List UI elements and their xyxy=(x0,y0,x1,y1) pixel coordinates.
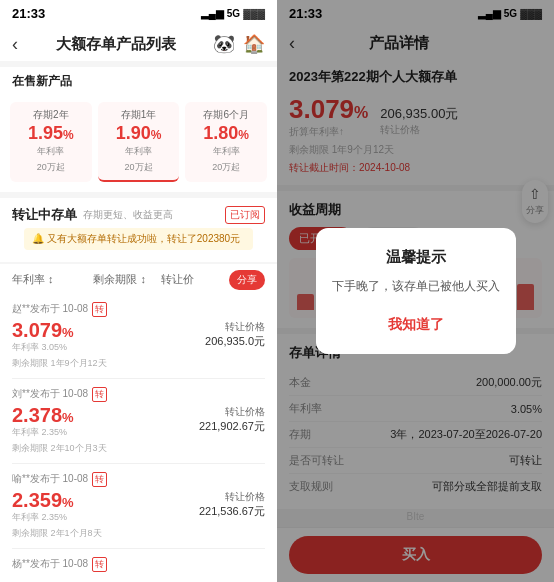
modal-overlay[interactable]: 温馨提示 下手晚了，该存单已被他人买入 我知道了 xyxy=(277,0,554,582)
transfer-banner-header: 转让中存单 存期更短、收益更高 已订阅 xyxy=(12,206,265,224)
publisher-3: 杨**发布于 10-08 转 xyxy=(12,557,265,572)
transfer-banner: 转让中存单 存期更短、收益更高 已订阅 🔔 又有大额存单转让成功啦，转让了202… xyxy=(0,198,277,262)
price-0: 206,935.0元 xyxy=(205,334,265,349)
product-rate-0: 3.079% xyxy=(12,320,205,340)
product-left-0: 3.079% 年利率 3.05% xyxy=(12,320,205,354)
share-button[interactable]: 分享 xyxy=(229,270,265,290)
publisher-tag-1: 转 xyxy=(92,387,107,402)
product-rate-1: 2.378% xyxy=(12,405,199,425)
rate-label-1: 年利率 xyxy=(102,145,176,158)
publisher-tag-2: 转 xyxy=(92,472,107,487)
rate-label-0: 年利率 xyxy=(14,145,88,158)
remaining-0: 剩余期限 1年9个月12天 xyxy=(12,357,107,370)
rate-value-1: 1.90% xyxy=(102,124,176,144)
transfer-subtitle: 存期更短、收益更高 xyxy=(83,208,173,222)
left-time: 21:33 xyxy=(12,6,45,21)
rate-card-6month[interactable]: 存期6个月 1.80% 年利率 20万起 xyxy=(185,102,267,182)
notice-text: 🔔 又有大额存单转让成功啦，转让了202380元 xyxy=(32,232,240,246)
left-status-icons: ▂▄▆ 5G ▓▓▓ xyxy=(201,8,265,19)
min-amount-1: 20万起 xyxy=(102,161,176,174)
list-item[interactable]: 赵**发布于 10-08 转 3.079% 年利率 3.05% 转让价格 206… xyxy=(12,294,265,379)
modal-content: 下手晚了，该存单已被他人买入 xyxy=(332,277,500,296)
signal-icon: ▂▄▆ xyxy=(201,8,224,19)
col-price[interactable]: 转让价 xyxy=(161,272,229,287)
left-nav-bar: ‹ 大额存单产品列表 🐼 🏠 xyxy=(0,25,277,61)
product-right-1: 转让价格 221,902.67元 xyxy=(199,405,265,434)
left-panel: 21:33 ▂▄▆ 5G ▓▓▓ ‹ 大额存单产品列表 🐼 🏠 在售新产品 存期… xyxy=(0,0,277,582)
rate-label-2: 年利率 xyxy=(189,145,263,158)
new-products-header: 在售新产品 xyxy=(0,67,277,94)
col-remaining[interactable]: 剩余期限 ↕ xyxy=(93,272,161,287)
product-top-2: 2.359% 年利率 2.35% 转让价格 221,536.67元 xyxy=(12,490,265,524)
panda-icon[interactable]: 🐼 xyxy=(213,33,235,55)
rate-value-0: 1.95% xyxy=(14,124,88,144)
modal-confirm-button[interactable]: 我知道了 xyxy=(332,312,500,338)
product-meta-0: 剩余期限 1年9个月12天 xyxy=(12,357,265,370)
rate-cards: 存期2年 1.95% 年利率 20万起 存期1年 1.90% 年利率 20万起 … xyxy=(0,94,277,192)
nav-icons: 🐼 🏠 xyxy=(213,33,265,55)
product-rate-sub-2: 年利率 2.35% xyxy=(12,511,199,524)
min-amount-0: 20万起 xyxy=(14,161,88,174)
rate-value-2: 1.80% xyxy=(189,124,263,144)
col-rate[interactable]: 年利率 ↕ xyxy=(12,272,93,287)
product-right-0: 转让价格 206,935.0元 xyxy=(205,320,265,349)
battery-icon: ▓▓▓ xyxy=(243,8,265,19)
period-label-0: 存期2年 xyxy=(14,108,88,122)
product-rate-sub-1: 年利率 2.35% xyxy=(12,426,199,439)
transfer-title: 转让中存单 xyxy=(12,206,77,224)
publisher-tag-0: 转 xyxy=(92,302,107,317)
min-amount-2: 20万起 xyxy=(189,161,263,174)
left-status-bar: 21:33 ▂▄▆ 5G ▓▓▓ xyxy=(0,0,277,25)
price-label-0: 转让价格 xyxy=(205,320,265,334)
transfer-banner-left: 转让中存单 存期更短、收益更高 xyxy=(12,206,173,224)
price-2: 221,536.67元 xyxy=(199,504,265,519)
list-header: 年利率 ↕ 剩余期限 ↕ 转让价 分享 xyxy=(0,264,277,294)
modal-title: 温馨提示 xyxy=(332,248,500,267)
remaining-1: 剩余期限 2年10个月3天 xyxy=(12,442,107,455)
product-list: 赵**发布于 10-08 转 3.079% 年利率 3.05% 转让价格 206… xyxy=(0,294,277,582)
period-label-2: 存期6个月 xyxy=(189,108,263,122)
list-item[interactable]: 喻**发布于 10-08 转 2.359% 年利率 2.35% 转让价格 221… xyxy=(12,464,265,549)
back-button[interactable]: ‹ xyxy=(12,34,18,55)
product-meta-2: 剩余期限 2年1个月8天 xyxy=(12,527,265,540)
right-panel: 21:33 ▂▄▆ 5G ▓▓▓ ‹ 产品详情 2023年第222期个人大额存单… xyxy=(277,0,554,582)
list-item[interactable]: 刘**发布于 10-08 转 2.378% 年利率 2.35% 转让价格 221… xyxy=(12,379,265,464)
period-label-1: 存期1年 xyxy=(102,108,176,122)
subscribed-badge[interactable]: 已订阅 xyxy=(225,206,265,224)
home-icon[interactable]: 🏠 xyxy=(243,33,265,55)
publisher-0: 赵**发布于 10-08 转 xyxy=(12,302,265,317)
rate-card-2year[interactable]: 存期2年 1.95% 年利率 20万起 xyxy=(10,102,92,182)
rate-card-1year[interactable]: 存期1年 1.90% 年利率 20万起 xyxy=(98,102,180,182)
price-label-2: 转让价格 xyxy=(199,490,265,504)
price-label-1: 转让价格 xyxy=(199,405,265,419)
product-left-2: 2.359% 年利率 2.35% xyxy=(12,490,199,524)
product-meta-1: 剩余期限 2年10个月3天 xyxy=(12,442,265,455)
notice-bar: 🔔 又有大额存单转让成功啦，转让了202380元 xyxy=(24,228,253,250)
wifi-icon: 5G xyxy=(227,8,240,19)
product-rate-sub-0: 年利率 3.05% xyxy=(12,341,205,354)
publisher-1: 刘**发布于 10-08 转 xyxy=(12,387,265,402)
modal-box: 温馨提示 下手晚了，该存单已被他人买入 我知道了 xyxy=(316,228,516,354)
publisher-tag-3: 转 xyxy=(92,557,107,572)
page-title: 大额存单产品列表 xyxy=(56,35,176,54)
product-top-0: 3.079% 年利率 3.05% 转让价格 206,935.0元 xyxy=(12,320,265,354)
remaining-2: 剩余期限 2年1个月8天 xyxy=(12,527,102,540)
product-right-2: 转让价格 221,536.67元 xyxy=(199,490,265,519)
product-left-1: 2.378% 年利率 2.35% xyxy=(12,405,199,439)
publisher-2: 喻**发布于 10-08 转 xyxy=(12,472,265,487)
price-1: 221,902.67元 xyxy=(199,419,265,434)
list-item[interactable]: 杨**发布于 10-08 转 xyxy=(12,549,265,582)
product-rate-2: 2.359% xyxy=(12,490,199,510)
product-top-1: 2.378% 年利率 2.35% 转让价格 221,902.67元 xyxy=(12,405,265,439)
